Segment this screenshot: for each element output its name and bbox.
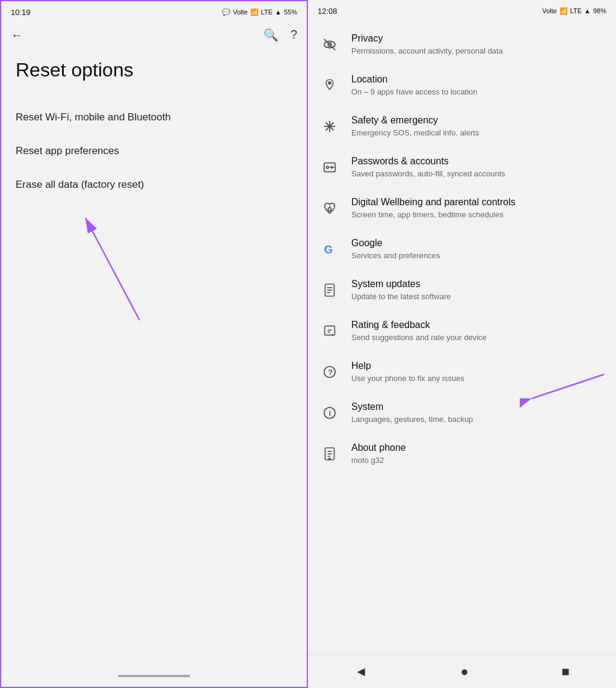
system-updates-text: System updates Update to the latest soft… bbox=[351, 278, 606, 302]
google-subtitle: Services and preferences bbox=[351, 251, 606, 261]
top-nav-left: ← 🔍 ? bbox=[1, 23, 307, 45]
status-bar-right: 12:08 Volte 📶 LTE ▲ 98% bbox=[308, 0, 616, 22]
privacy-title: Privacy bbox=[351, 33, 606, 45]
settings-item-privacy[interactable]: Privacy Permissions, account activity, p… bbox=[308, 24, 616, 65]
svg-rect-21 bbox=[325, 326, 335, 335]
system-updates-title: System updates bbox=[351, 278, 606, 291]
status-bar-left: 10:19 💬 Volte 📶 LTE ▲ 55% bbox=[1, 1, 307, 23]
svg-rect-33 bbox=[328, 459, 330, 460]
lte-icon-right: LTE bbox=[570, 7, 582, 14]
help-circle-icon: ? bbox=[318, 360, 342, 384]
left-panel: 10:19 💬 Volte 📶 LTE ▲ 55% ← 🔍 ? Reset op… bbox=[0, 0, 308, 688]
privacy-subtitle: Permissions, account activity, personal … bbox=[351, 46, 606, 57]
rating-text: Rating & feedback Send suggestions and r… bbox=[351, 319, 606, 343]
wifi-icon-right: 📶 bbox=[559, 7, 568, 15]
rating-subtitle: Send suggestions and rate your device bbox=[351, 333, 606, 343]
back-button[interactable]: ← bbox=[11, 28, 23, 42]
system-updates-icon bbox=[318, 278, 342, 302]
settings-item-help[interactable]: ? Help Use your phone to fix any issues bbox=[308, 352, 616, 392]
signal-icon: Volte bbox=[233, 8, 247, 16]
help-title: Help bbox=[351, 360, 606, 373]
svg-point-14 bbox=[328, 208, 331, 211]
battery-right: 98% bbox=[593, 7, 606, 14]
settings-item-about[interactable]: About phone moto g32 bbox=[308, 433, 616, 474]
settings-list: Privacy Permissions, account activity, p… bbox=[308, 22, 616, 654]
system-updates-subtitle: Update to the latest software bbox=[351, 292, 606, 302]
home-nav-button[interactable]: ● bbox=[446, 659, 483, 684]
location-title: Location bbox=[351, 73, 606, 86]
passwords-title: Passwords & accounts bbox=[351, 155, 606, 168]
status-icons-left: 💬 Volte 📶 LTE ▲ 55% bbox=[222, 8, 297, 16]
system-text: System Languages, gestures, time, backup bbox=[351, 401, 606, 425]
right-panel: 12:08 Volte 📶 LTE ▲ 98% Privacy Permissi… bbox=[308, 0, 616, 688]
settings-item-wellbeing[interactable]: Digital Wellbeing and parental controls … bbox=[308, 188, 616, 229]
recent-nav-button[interactable]: ■ bbox=[547, 659, 584, 684]
svg-text:?: ? bbox=[328, 368, 333, 377]
settings-item-system[interactable]: i System Languages, gestures, time, back… bbox=[308, 392, 616, 433]
rating-title: Rating & feedback bbox=[351, 319, 606, 332]
wellbeing-text: Digital Wellbeing and parental controls … bbox=[351, 196, 606, 220]
privacy-icon bbox=[318, 33, 342, 57]
page-title: Reset options bbox=[1, 45, 307, 101]
system-title: System bbox=[351, 401, 606, 414]
passwords-subtitle: Saved passwords, auto-fill, synced accou… bbox=[351, 169, 606, 179]
svg-point-11 bbox=[327, 166, 329, 169]
location-subtitle: On – 9 apps have access to location bbox=[351, 87, 606, 98]
time-right: 12:08 bbox=[318, 7, 337, 16]
back-nav-button[interactable]: ◄ bbox=[340, 659, 382, 684]
wellbeing-title: Digital Wellbeing and parental controls bbox=[351, 196, 606, 209]
google-title: Google bbox=[351, 237, 606, 250]
google-icon: G bbox=[318, 237, 342, 261]
settings-item-google[interactable]: G Google Services and preferences bbox=[308, 229, 616, 270]
wellbeing-icon bbox=[318, 196, 342, 220]
system-subtitle: Languages, gestures, time, backup bbox=[351, 415, 606, 425]
settings-item-passwords[interactable]: Passwords & accounts Saved passwords, au… bbox=[308, 147, 616, 188]
settings-item-system-updates[interactable]: System updates Update to the latest soft… bbox=[308, 270, 616, 311]
bottom-nav-right: ◄ ● ■ bbox=[308, 654, 616, 688]
passwords-text: Passwords & accounts Saved passwords, au… bbox=[351, 155, 606, 179]
time-left: 10:19 bbox=[11, 8, 31, 17]
about-text: About phone moto g32 bbox=[351, 442, 606, 466]
safety-title: Safety & emergency bbox=[351, 114, 606, 127]
privacy-text: Privacy Permissions, account activity, p… bbox=[351, 33, 606, 57]
help-text: Help Use your phone to fix any issues bbox=[351, 360, 606, 384]
about-icon bbox=[318, 442, 342, 466]
whatsapp-icon: 💬 bbox=[222, 8, 230, 16]
safety-text: Safety & emergency Emergency SOS, medica… bbox=[351, 114, 606, 138]
help-subtitle: Use your phone to fix any issues bbox=[351, 374, 606, 384]
network-icon: ▲ bbox=[275, 8, 282, 16]
about-subtitle: moto g32 bbox=[351, 456, 606, 466]
passwords-icon bbox=[318, 155, 342, 179]
help-icon[interactable]: ? bbox=[291, 28, 297, 42]
safety-icon bbox=[318, 114, 342, 138]
settings-item-safety[interactable]: Safety & emergency Emergency SOS, medica… bbox=[308, 106, 616, 147]
about-title: About phone bbox=[351, 442, 606, 454]
arrow-annotation-left bbox=[49, 200, 170, 332]
svg-text:i: i bbox=[329, 409, 331, 418]
svg-line-1 bbox=[85, 218, 140, 320]
rating-icon bbox=[318, 319, 342, 343]
battery-left: 55% bbox=[284, 8, 297, 16]
search-icon[interactable]: 🔍 bbox=[263, 28, 279, 42]
lte-icon: LTE bbox=[261, 8, 273, 16]
nav-icons-right: 🔍 ? bbox=[263, 28, 297, 42]
system-icon: i bbox=[318, 401, 342, 425]
settings-item-rating[interactable]: Rating & feedback Send suggestions and r… bbox=[308, 311, 616, 352]
wifi-icon: 📶 bbox=[250, 8, 259, 16]
safety-subtitle: Emergency SOS, medical info, alerts bbox=[351, 128, 606, 138]
menu-item-factory-reset[interactable]: Erase all data (factory reset) bbox=[1, 168, 307, 202]
menu-item-app-reset[interactable]: Reset app preferences bbox=[1, 134, 307, 168]
wellbeing-subtitle: Screen time, app timers, bedtime schedul… bbox=[351, 210, 606, 220]
bottom-handle-left bbox=[118, 675, 190, 677]
settings-item-location[interactable]: Location On – 9 apps have access to loca… bbox=[308, 65, 616, 106]
google-text: Google Services and preferences bbox=[351, 237, 606, 261]
status-icons-right: Volte 📶 LTE ▲ 98% bbox=[542, 7, 606, 15]
volte-icon-right: Volte bbox=[542, 7, 556, 14]
svg-text:G: G bbox=[324, 243, 333, 256]
location-icon bbox=[318, 73, 342, 98]
menu-item-wifi-reset[interactable]: Reset Wi-Fi, mobile and Bluetooth bbox=[1, 101, 307, 134]
svg-point-5 bbox=[328, 82, 331, 84]
network-icon-right: ▲ bbox=[584, 7, 591, 14]
location-text: Location On – 9 apps have access to loca… bbox=[351, 73, 606, 98]
